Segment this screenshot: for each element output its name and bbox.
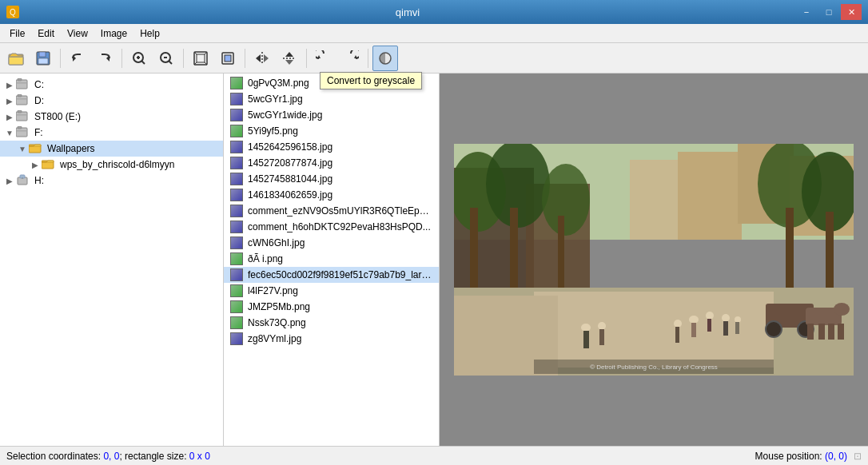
expand-icon[interactable]: ▶ (3, 97, 16, 105)
fit-window-button[interactable] (188, 46, 213, 71)
menu-help[interactable]: Help (133, 26, 166, 41)
file-thumbnail (230, 236, 243, 249)
tree-item-h[interactable]: ▶ H: (0, 173, 223, 189)
menu-view[interactable]: View (61, 26, 94, 41)
tree-label: wps_by_chriscold-d6lmyyn (60, 159, 174, 170)
file-item[interactable]: 1452642596158.jpg (224, 139, 439, 155)
svg-point-82 (834, 303, 850, 316)
separator-3 (183, 49, 184, 68)
selection-size: 0 x 0 (189, 451, 210, 462)
title-bar: Q qimvi − □ ✕ (0, 0, 868, 24)
maximize-button[interactable]: □ (818, 4, 839, 20)
svg-rect-15 (197, 54, 205, 62)
file-item[interactable]: Nssk73Q.png (224, 315, 439, 331)
greyscale-button[interactable] (372, 46, 398, 71)
tree-item-e[interactable]: ▶ ST800 (E:) (0, 109, 223, 125)
actual-size-button[interactable] (215, 46, 241, 71)
file-item[interactable]: comment_h6ohDKTC92PevaH83HsPQD... (224, 219, 439, 235)
svg-line-13 (169, 61, 172, 64)
svg-rect-75 (735, 322, 739, 334)
tree-item-wallpapers[interactable]: ▼ Wallpapers (0, 141, 223, 157)
file-name: zg8VYml.jpg (248, 333, 301, 344)
file-item[interactable]: 1452745881044.jpg (224, 171, 439, 187)
tooltip: Convert to greyscale (320, 72, 422, 89)
expand-icon[interactable]: ▶ (29, 161, 42, 169)
tree-item-c[interactable]: ▶ C: (0, 77, 223, 93)
file-item[interactable]: ðÃ i.png (224, 251, 439, 267)
tree-label: Wallpapers (47, 143, 95, 154)
toolbar: Convert to greyscale (0, 43, 868, 74)
file-item-selected[interactable]: fec6ec50cd002f9f9819ef51c79ab7b9_larg... (224, 267, 439, 283)
svg-rect-61 (510, 208, 518, 288)
zoom-out-button[interactable] (153, 46, 179, 71)
file-item[interactable]: cWN6GhI.jpg (224, 235, 439, 251)
file-item[interactable]: 5wcGYr1.jpg (224, 91, 439, 107)
file-list-panel[interactable]: 0gPvQ3M.png 5wcGYr1.jpg 5wcGYr1wide.jpg … (224, 74, 440, 446)
save-button[interactable] (30, 46, 56, 71)
tree-label: D: (34, 95, 44, 106)
separator-6 (368, 49, 368, 68)
selection-coords: 0, 0 (103, 451, 119, 462)
undo-button[interactable] (65, 46, 90, 71)
file-item[interactable]: l4lF27V.png (224, 283, 439, 299)
expand-icon[interactable]: ▶ (3, 113, 16, 121)
rotate-ccw-button[interactable] (311, 46, 336, 71)
open-button[interactable] (3, 46, 29, 71)
file-item[interactable]: JMZP5Mb.png (224, 299, 439, 315)
svg-rect-49 (630, 160, 678, 240)
file-name: 1461834062659.jpg (248, 189, 332, 201)
tree-panel[interactable]: ▶ C: ▶ D: ▶ ST800 (E:) ▼ (0, 74, 224, 446)
svg-rect-77 (675, 327, 679, 343)
redo-button[interactable] (92, 46, 117, 71)
svg-rect-85 (828, 324, 834, 340)
tree-item-f[interactable]: ▼ F: (0, 125, 223, 141)
menu-bar: File Edit View Image Help (0, 24, 868, 43)
file-item[interactable]: comment_ezNV9Os5mUYlR3R6QTleEp7... (224, 203, 439, 219)
minimize-button[interactable]: − (796, 4, 817, 20)
file-item[interactable]: 1461834062659.jpg (224, 187, 439, 203)
svg-rect-64 (826, 212, 834, 288)
menu-edit[interactable]: Edit (31, 26, 61, 41)
file-thumbnail (230, 173, 243, 185)
file-item[interactable]: 5Yi9yf5.png (224, 123, 439, 139)
expand-icon[interactable]: ▼ (3, 129, 16, 137)
status-selection: Selection coordinates: 0, 0; rectangle s… (6, 451, 755, 462)
svg-point-76 (674, 320, 682, 328)
menu-file[interactable]: File (3, 26, 31, 41)
file-name: cWN6GhI.jpg (248, 237, 305, 248)
flip-v-button[interactable] (277, 46, 302, 71)
svg-marker-23 (256, 54, 261, 62)
file-name: fec6ec50cd002f9f9819ef51c79ab7b9_larg... (248, 269, 432, 280)
image-viewer[interactable]: © Detroit Publishing Co., Library of Con… (440, 74, 868, 446)
svg-point-79 (766, 321, 782, 337)
flip-h-button[interactable] (249, 46, 275, 71)
file-item[interactable]: zg8VYml.jpg (224, 331, 439, 347)
tree-item-d[interactable]: ▶ D: (0, 93, 223, 109)
svg-rect-71 (707, 319, 711, 332)
file-name: JMZP5Mb.png (248, 301, 310, 312)
expand-icon[interactable]: ▶ (3, 177, 16, 185)
zoom-in-button[interactable] (126, 46, 152, 71)
svg-line-10 (141, 61, 145, 64)
file-item[interactable]: 1452720877874.jpg (224, 155, 439, 171)
rotate-cw-button[interactable] (338, 46, 364, 71)
file-thumbnail (230, 332, 243, 345)
file-thumbnail (230, 77, 243, 89)
file-item[interactable]: 5wcGYr1wide.jpg (224, 107, 439, 123)
close-button[interactable]: ✕ (841, 4, 862, 20)
status-mouse: Mouse position: (0, 0) (755, 451, 847, 462)
svg-point-70 (706, 312, 714, 320)
tree-label: F: (34, 127, 43, 138)
svg-point-68 (689, 316, 699, 324)
svg-rect-42 (17, 130, 26, 132)
file-thumbnail (230, 252, 243, 265)
file-name: 5Yi9yf5.png (248, 125, 298, 137)
menu-image[interactable]: Image (94, 26, 133, 41)
file-name: ðÃ i.png (248, 253, 283, 264)
tree-item-wps[interactable]: ▶ wps_by_chriscold-d6lmyyn (0, 157, 223, 173)
svg-rect-1 (9, 57, 23, 65)
expand-icon[interactable]: ▼ (16, 145, 29, 153)
expand-icon[interactable]: ▶ (3, 81, 16, 89)
mouse-coords: (0, 0) (825, 451, 847, 462)
app-icon: Q (6, 6, 19, 18)
